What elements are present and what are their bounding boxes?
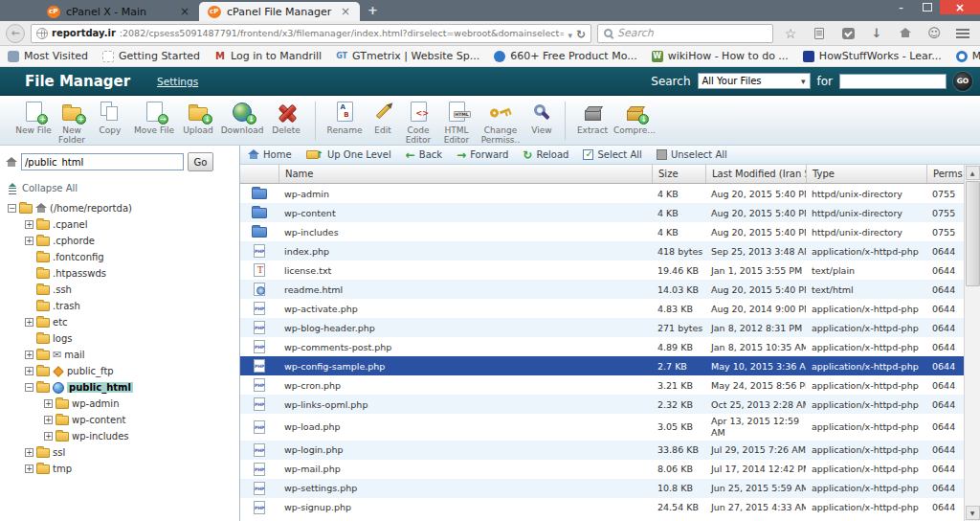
- table-row[interactable]: wp-links-opml.php2.32 KBOct 25, 2013 2:2…: [240, 395, 964, 414]
- table-row[interactable]: wp-admin4 KBAug 20, 2015 5:40 PMhttpd/un…: [240, 184, 964, 203]
- bookmark-getting-started[interactable]: Getting Started: [102, 50, 200, 62]
- tree-item-ssl[interactable]: ssl: [6, 444, 239, 461]
- expand-icon[interactable]: [25, 237, 33, 245]
- unselect-all-button[interactable]: Unselect All: [657, 149, 727, 160]
- table-row[interactable]: wp-login.php33.86 KBJul 29, 2015 7:26 AM…: [240, 441, 964, 460]
- column-name[interactable]: Name: [278, 165, 652, 183]
- tab-cpanel-main[interactable]: cPanel X - Main: [38, 2, 199, 21]
- new-tab-button[interactable]: [368, 0, 378, 18]
- home-button[interactable]: Home: [248, 149, 292, 160]
- select-all-button[interactable]: Select All: [583, 149, 641, 160]
- expand-icon[interactable]: [44, 432, 53, 441]
- expand-icon[interactable]: [44, 416, 53, 424]
- tree-item-logs[interactable]: logs: [6, 330, 239, 347]
- tree-item-ssh[interactable]: .ssh: [6, 282, 239, 298]
- table-row[interactable]: index.php418 bytesSep 25, 2013 3:48 AMap…: [240, 241, 964, 260]
- hello-icon[interactable]: [923, 23, 946, 44]
- tab-close-icon[interactable]: [179, 5, 190, 18]
- tab-file-manager[interactable]: cPanel File Manager v3: [199, 2, 360, 21]
- scroll-up-icon[interactable]: [966, 166, 980, 180]
- collapse-icon[interactable]: [8, 204, 16, 213]
- table-row[interactable]: wp-blog-header.php271 bytesJan 8, 2012 8…: [240, 318, 964, 337]
- new-folder-button[interactable]: New Folder: [56, 100, 88, 146]
- tree-item-public-ftp[interactable]: public_ftp: [6, 363, 239, 379]
- tree-item-tmp[interactable]: tmp: [6, 461, 239, 477]
- bookmark-gtmetrix[interactable]: GTmetrix | Website Sp...: [336, 50, 479, 62]
- table-row[interactable]: wp-settings.php10.8 KBJun 25, 2015 5:59 …: [240, 479, 964, 498]
- copy-button[interactable]: Copy: [88, 100, 132, 135]
- back-button[interactable]: Back: [406, 148, 442, 162]
- forward-button[interactable]: Forward: [457, 148, 508, 162]
- collapse-all-button[interactable]: Collapse All: [8, 183, 239, 193]
- bookmark-mandrill[interactable]: Log in to Mandrill: [214, 50, 322, 62]
- tree-item-mail[interactable]: mail: [6, 347, 239, 363]
- delete-button[interactable]: Delete: [264, 100, 308, 135]
- scrollbar[interactable]: [964, 165, 980, 521]
- path-go-button[interactable]: Go: [188, 152, 213, 171]
- menu-icon[interactable]: [951, 23, 974, 44]
- table-row-selected[interactable]: wp-config-sample.php2.7 KBMay 10, 2015 3…: [240, 356, 964, 375]
- edit-button[interactable]: Edit: [367, 100, 399, 135]
- search-scope-select[interactable]: All Your Files: [698, 73, 811, 89]
- table-row[interactable]: wp-cron.php3.21 KBMay 24, 2015 8:56 PMap…: [240, 375, 964, 395]
- tab-close-icon[interactable]: [340, 5, 351, 18]
- tree-item-public-html[interactable]: public_html: [6, 379, 239, 396]
- reload-icon[interactable]: [576, 24, 586, 42]
- site-identity-icon[interactable]: [36, 28, 48, 39]
- table-row[interactable]: wp-signup.php24.54 KBJun 27, 2015 4:33 A…: [240, 498, 964, 517]
- expand-icon[interactable]: [25, 367, 33, 375]
- bookmark-star-icon[interactable]: [779, 23, 802, 44]
- tree-item-fontconfig[interactable]: .fontconfig: [6, 249, 239, 265]
- upload-button[interactable]: Upload: [176, 100, 220, 135]
- tree-item-cpanel[interactable]: .cpanel: [6, 216, 239, 233]
- move-file-button[interactable]: Move File: [132, 100, 176, 135]
- scrollbar-thumb[interactable]: [966, 181, 980, 286]
- compress-button[interactable]: Compre...: [612, 100, 657, 135]
- path-input[interactable]: [21, 153, 184, 170]
- tree-item-etc[interactable]: etc: [6, 314, 239, 330]
- view-button[interactable]: View: [525, 100, 558, 135]
- table-row[interactable]: wp-activate.php4.83 KBAug 20, 2014 9:00 …: [240, 299, 964, 318]
- download-button[interactable]: Download: [220, 100, 264, 135]
- back-button[interactable]: [6, 24, 25, 43]
- minimize-button[interactable]: [888, 0, 914, 14]
- tree-item-wp-admin[interactable]: wp-admin: [6, 396, 239, 412]
- expand-icon[interactable]: [44, 399, 53, 408]
- home-icon[interactable]: [894, 23, 917, 44]
- column-size[interactable]: Size: [652, 165, 705, 183]
- change-permissions-button[interactable]: Change Permiss..: [476, 100, 525, 146]
- url-bar[interactable]: reportday.ir :2082/cpsess5091487791/fron…: [31, 24, 591, 43]
- search-input[interactable]: [617, 27, 751, 39]
- column-modified[interactable]: Last Modified (Iran Stand: [705, 165, 806, 183]
- tree-item-wp-content[interactable]: wp-content: [6, 412, 239, 428]
- search-go-button[interactable]: GO: [953, 72, 972, 91]
- table-row[interactable]: wp-comments-post.php4.89 KBJan 8, 2015 1…: [240, 337, 964, 356]
- scroll-down-icon[interactable]: [966, 506, 980, 520]
- expand-icon[interactable]: [25, 351, 33, 359]
- tree-item-trash[interactable]: .trash: [6, 298, 239, 314]
- code-editor-button[interactable]: Code Editor: [399, 100, 437, 146]
- tree-item-htpasswds[interactable]: .htpasswds: [6, 265, 239, 282]
- tree-item-wp-includes[interactable]: wp-includes: [6, 428, 239, 444]
- maximize-button[interactable]: [914, 0, 940, 14]
- bookmarks-menu-icon[interactable]: [808, 23, 831, 44]
- table-row[interactable]: readme.html14.03 KBAug 20, 2015 5:40 PMt…: [240, 280, 964, 299]
- expand-icon[interactable]: [25, 318, 33, 327]
- extract-button[interactable]: Extract: [572, 100, 612, 135]
- html-editor-button[interactable]: HTML Editor: [437, 100, 476, 146]
- expand-icon[interactable]: [25, 220, 33, 229]
- rename-button[interactable]: Rename: [323, 100, 367, 135]
- pocket-icon[interactable]: [836, 23, 859, 44]
- table-row[interactable]: wp-content4 KBAug 20, 2015 5:40 PMhttpd/…: [240, 203, 964, 222]
- bookmark-product-mockups[interactable]: 660+ Free Product Mo...: [494, 50, 636, 62]
- settings-link[interactable]: Settings: [157, 76, 198, 87]
- bookmark-wikihow[interactable]: wikiHow - How to do ...: [652, 50, 789, 62]
- bookmark-most-visited[interactable]: Most Visited: [8, 50, 88, 62]
- table-row[interactable]: wp-includes4 KBAug 20, 2015 5:40 PMhttpd…: [240, 222, 964, 241]
- table-row[interactable]: wp-load.php3.05 KBApr 13, 2015 12:59 AMa…: [240, 414, 964, 441]
- tree-item-home[interactable]: (/home/reportda): [6, 200, 239, 216]
- up-one-level-button[interactable]: Up One Level: [306, 149, 391, 160]
- table-row[interactable]: wp-mail.php8.06 KBJul 17, 2014 12:42 PMa…: [240, 460, 964, 479]
- collapse-icon[interactable]: [25, 383, 33, 392]
- column-type[interactable]: Type: [806, 165, 926, 183]
